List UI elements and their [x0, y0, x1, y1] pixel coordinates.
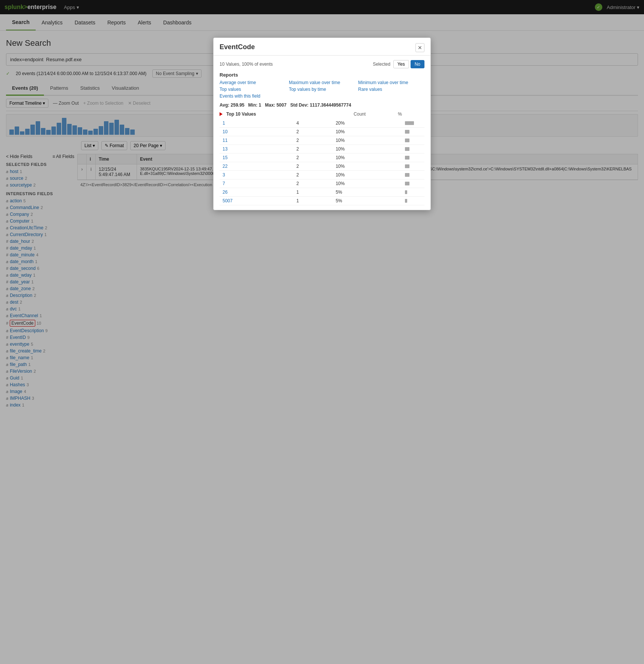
- count-cell: 4: [293, 119, 333, 128]
- value-cell[interactable]: 26: [220, 188, 293, 197]
- report-link[interactable]: Top values: [220, 87, 286, 92]
- pct-cell: 10%: [333, 154, 402, 162]
- bar-cell: [402, 128, 424, 136]
- count-cell: 2: [293, 128, 333, 136]
- pct-cell: 5%: [333, 188, 402, 197]
- count-cell: 2: [293, 179, 333, 188]
- modal-close-button[interactable]: ✕: [415, 43, 424, 52]
- pct-cell: 5%: [333, 197, 402, 205]
- report-link[interactable]: Minimum value over time: [358, 80, 424, 85]
- count-cell: 1: [293, 188, 333, 197]
- modal-header: EventCode ✕: [214, 38, 430, 56]
- bar-cell: [402, 171, 424, 179]
- pct-cell: 10%: [333, 179, 402, 188]
- top-value-row: 7 2 10%: [220, 179, 424, 188]
- top-values-header: Top 10 Values Count %: [220, 111, 424, 117]
- stats-line: Avg: 259.95 Min: 1 Max: 5007 Std Dev: 11…: [220, 102, 424, 108]
- value-cell[interactable]: 11: [220, 136, 293, 145]
- reports-links: Average over timeMaximum value over time…: [220, 80, 424, 99]
- pct-cell: 20%: [333, 119, 402, 128]
- top-value-row: 15 2 10%: [220, 154, 424, 162]
- pct-cell: 10%: [333, 128, 402, 136]
- report-link[interactable]: Maximum value over time: [289, 80, 355, 85]
- bar-cell: [402, 119, 424, 128]
- bar-cell: [402, 145, 424, 154]
- value-cell[interactable]: 3: [220, 171, 293, 179]
- top-value-row: 13 2 10%: [220, 145, 424, 154]
- yes-button[interactable]: Yes: [393, 60, 409, 68]
- pct-cell: 10%: [333, 136, 402, 145]
- modal-overlay: EventCode ✕ 10 Values, 100% of events Se…: [0, 0, 644, 416]
- bar-cell: [402, 179, 424, 188]
- count-cell: 2: [293, 154, 333, 162]
- top-value-row: 22 2 10%: [220, 162, 424, 171]
- count-cell: 2: [293, 162, 333, 171]
- report-link[interactable]: Top values by time: [289, 87, 355, 92]
- bar-cell: [402, 162, 424, 171]
- value-cell[interactable]: 22: [220, 162, 293, 171]
- pct-cell: 10%: [333, 162, 402, 171]
- value-cell[interactable]: 7: [220, 179, 293, 188]
- no-button[interactable]: No: [411, 60, 424, 68]
- modal-meta: 10 Values, 100% of events Selected Yes N…: [220, 60, 424, 68]
- selected-buttons: Selected Yes No: [373, 60, 424, 68]
- reports-section-title: Reports: [220, 72, 424, 78]
- value-cell[interactable]: 5007: [220, 197, 293, 205]
- bar-cell: [402, 188, 424, 197]
- bar-cell: [402, 136, 424, 145]
- modal-title: EventCode: [220, 43, 255, 51]
- top-value-row: 1 4 20%: [220, 119, 424, 128]
- count-cell: 2: [293, 145, 333, 154]
- report-link[interactable]: Rare values: [358, 87, 424, 92]
- top-value-row: 3 2 10%: [220, 171, 424, 179]
- report-link[interactable]: Events with this field: [220, 93, 286, 99]
- count-cell: 2: [293, 171, 333, 179]
- top-values-table: 1 4 20% 10 2 10% 11 2 10% 13 2 10% 15 2 …: [220, 119, 424, 205]
- modal-body: 10 Values, 100% of events Selected Yes N…: [214, 56, 430, 210]
- pct-cell: 10%: [333, 145, 402, 154]
- pct-cell: 10%: [333, 171, 402, 179]
- report-link[interactable]: Average over time: [220, 80, 286, 85]
- value-cell[interactable]: 15: [220, 154, 293, 162]
- count-cell: 2: [293, 136, 333, 145]
- value-cell[interactable]: 1: [220, 119, 293, 128]
- top-value-row: 26 1 5%: [220, 188, 424, 197]
- bar-cell: [402, 154, 424, 162]
- value-cell[interactable]: 13: [220, 145, 293, 154]
- top-value-row: 5007 1 5%: [220, 197, 424, 205]
- top-value-row: 10 2 10%: [220, 128, 424, 136]
- count-cell: 1: [293, 197, 333, 205]
- value-cell[interactable]: 10: [220, 128, 293, 136]
- top-value-row: 11 2 10%: [220, 136, 424, 145]
- eventcode-modal: EventCode ✕ 10 Values, 100% of events Se…: [213, 38, 431, 210]
- bar-cell: [402, 197, 424, 205]
